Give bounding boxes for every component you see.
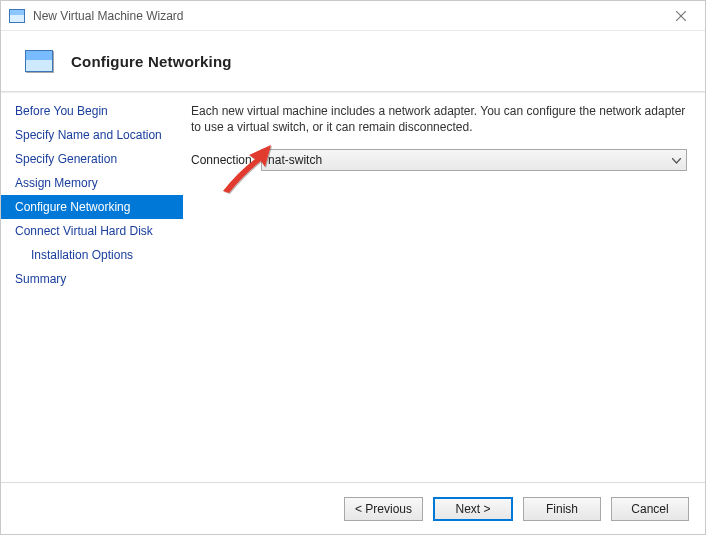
sidebar-item-label: Connect Virtual Hard Disk	[15, 224, 153, 238]
content-pane: Each new virtual machine includes a netw…	[183, 93, 705, 482]
sidebar-item-specify-name[interactable]: Specify Name and Location	[1, 123, 183, 147]
finish-button[interactable]: Finish	[523, 497, 601, 521]
wizard-header: Configure Networking	[1, 31, 705, 91]
sidebar-item-specify-generation[interactable]: Specify Generation	[1, 147, 183, 171]
footer: < Previous Next > Finish Cancel	[1, 482, 705, 534]
sidebar-item-configure-networking[interactable]: Configure Networking	[1, 195, 183, 219]
connection-dropdown[interactable]: nat-switch	[261, 149, 687, 171]
sidebar-item-label: Specify Generation	[15, 152, 117, 166]
description-text: Each new virtual machine includes a netw…	[191, 103, 687, 135]
next-button[interactable]: Next >	[433, 497, 513, 521]
button-label: Cancel	[631, 502, 668, 516]
connection-label: Connection:	[191, 153, 255, 167]
button-label: Next >	[455, 502, 490, 516]
wizard-body: Before You Begin Specify Name and Locati…	[1, 93, 705, 482]
sidebar-item-connect-disk[interactable]: Connect Virtual Hard Disk	[1, 219, 183, 243]
window-title: New Virtual Machine Wizard	[33, 9, 184, 23]
sidebar: Before You Begin Specify Name and Locati…	[1, 93, 183, 482]
sidebar-item-label: Summary	[15, 272, 66, 286]
sidebar-item-label: Before You Begin	[15, 104, 108, 118]
chevron-down-icon	[672, 153, 681, 167]
sidebar-item-installation-options[interactable]: Installation Options	[1, 243, 183, 267]
connection-row: Connection: nat-switch	[191, 149, 687, 171]
app-icon	[9, 9, 25, 23]
previous-button[interactable]: < Previous	[344, 497, 423, 521]
close-icon	[676, 11, 686, 21]
button-label: Finish	[546, 502, 578, 516]
connection-value: nat-switch	[268, 153, 322, 167]
cancel-button[interactable]: Cancel	[611, 497, 689, 521]
titlebar: New Virtual Machine Wizard	[1, 1, 705, 31]
sidebar-item-summary[interactable]: Summary	[1, 267, 183, 291]
page-title: Configure Networking	[71, 53, 232, 70]
sidebar-item-label: Specify Name and Location	[15, 128, 162, 142]
sidebar-item-label: Configure Networking	[15, 200, 130, 214]
sidebar-item-before-you-begin[interactable]: Before You Begin	[1, 99, 183, 123]
sidebar-item-label: Installation Options	[31, 248, 133, 262]
sidebar-item-assign-memory[interactable]: Assign Memory	[1, 171, 183, 195]
sidebar-item-label: Assign Memory	[15, 176, 98, 190]
wizard-window: New Virtual Machine Wizard Configure Net…	[0, 0, 706, 535]
monitor-icon	[25, 50, 53, 72]
close-button[interactable]	[663, 3, 699, 29]
button-label: < Previous	[355, 502, 412, 516]
